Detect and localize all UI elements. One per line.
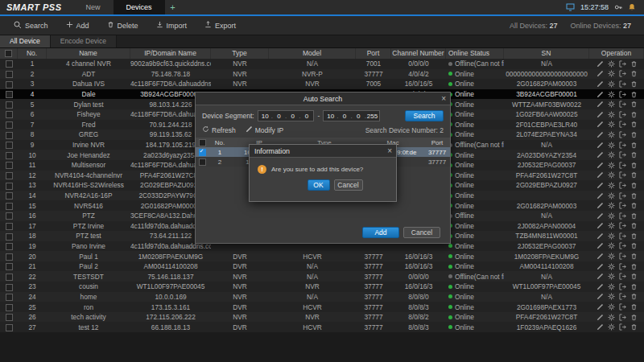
table-row[interactable]: 26 tech activity 172.115.206.222 NVR NVR… — [0, 312, 644, 323]
logout-icon[interactable] — [619, 60, 626, 68]
settings-icon[interactable] — [608, 60, 615, 68]
row-checkbox[interactable] — [6, 274, 13, 281]
logout-icon[interactable] — [619, 253, 626, 260]
logout-icon[interactable] — [619, 182, 626, 189]
logout-icon[interactable] — [619, 232, 626, 240]
delete-icon[interactable] — [630, 242, 638, 249]
table-row[interactable]: 23 cousin WT1L00F97PAE00045 NVR NVR 3777… — [0, 282, 644, 292]
settings-icon[interactable] — [608, 151, 615, 158]
logout-icon[interactable] — [619, 70, 626, 77]
edit-icon[interactable] — [597, 242, 604, 249]
logout-icon[interactable] — [619, 273, 626, 280]
segment-search-button[interactable]: Search — [405, 110, 444, 121]
row-checkbox[interactable] — [6, 304, 13, 311]
row-checkbox[interactable] — [6, 60, 13, 68]
logout-icon[interactable] — [619, 242, 626, 249]
modify-ip-button[interactable]: Modify IP — [246, 125, 283, 134]
edit-icon[interactable] — [597, 293, 604, 300]
row-checkbox[interactable] — [6, 121, 13, 129]
row-checkbox[interactable] — [6, 233, 13, 241]
search-button[interactable]: Search — [5, 16, 57, 35]
logout-icon[interactable] — [619, 121, 626, 128]
edit-icon[interactable] — [597, 212, 604, 220]
tab-new[interactable]: New — [72, 0, 113, 14]
settings-icon[interactable] — [608, 162, 615, 169]
settings-icon[interactable] — [608, 182, 615, 189]
delete-icon[interactable] — [630, 111, 638, 118]
edit-icon[interactable] — [597, 131, 604, 138]
delete-icon[interactable] — [630, 151, 638, 158]
settings-icon[interactable] — [608, 192, 615, 200]
segment-end-input[interactable]: 10. 0. 0. 255 — [323, 110, 380, 121]
logout-icon[interactable] — [619, 303, 626, 311]
logout-icon[interactable] — [619, 151, 626, 158]
result-checkbox[interactable] — [199, 149, 206, 156]
edit-icon[interactable] — [597, 232, 604, 240]
edit-icon[interactable] — [597, 171, 604, 179]
refresh-button[interactable]: Refresh — [202, 125, 236, 134]
settings-icon[interactable] — [608, 253, 615, 260]
row-checkbox[interactable] — [6, 183, 13, 190]
edit-icon[interactable] — [597, 60, 604, 68]
delete-icon[interactable] — [630, 283, 638, 290]
select-all-results-checkbox[interactable] — [199, 139, 206, 146]
settings-icon[interactable] — [608, 303, 615, 311]
edit-icon[interactable] — [597, 80, 604, 88]
row-checkbox[interactable] — [6, 203, 13, 210]
delete-icon[interactable] — [630, 314, 638, 321]
delete-button[interactable]: Delete — [98, 16, 147, 35]
row-checkbox[interactable] — [6, 142, 13, 149]
settings-icon[interactable] — [608, 222, 615, 229]
edit-icon[interactable] — [597, 182, 604, 189]
row-checkbox[interactable] — [6, 324, 13, 331]
delete-icon[interactable] — [630, 273, 638, 280]
settings-icon[interactable] — [608, 80, 615, 88]
cancel-button[interactable]: Cancel — [403, 227, 440, 238]
row-checkbox[interactable] — [6, 263, 13, 270]
add-device-button[interactable]: Add — [362, 227, 399, 238]
edit-icon[interactable] — [597, 111, 604, 118]
edit-icon[interactable] — [597, 303, 604, 311]
info-cancel-button[interactable]: Cancel — [334, 179, 363, 191]
edit-icon[interactable] — [597, 253, 604, 260]
close-icon[interactable]: × — [387, 145, 392, 157]
logout-icon[interactable] — [619, 142, 626, 149]
logout-icon[interactable] — [619, 263, 626, 270]
import-button[interactable]: Import — [147, 16, 196, 35]
settings-icon[interactable] — [608, 323, 615, 331]
new-tab-button[interactable]: + — [165, 0, 181, 14]
row-checkbox[interactable] — [6, 223, 13, 230]
row-checkbox[interactable] — [6, 71, 13, 78]
settings-icon[interactable] — [608, 101, 615, 108]
delete-icon[interactable] — [630, 162, 638, 169]
logout-icon[interactable] — [619, 222, 626, 229]
row-checkbox[interactable] — [6, 172, 13, 179]
row-checkbox[interactable] — [6, 284, 13, 291]
result-checkbox[interactable] — [199, 158, 206, 166]
edit-icon[interactable] — [597, 121, 604, 128]
edit-icon[interactable] — [597, 222, 604, 229]
edit-icon[interactable] — [597, 192, 604, 200]
key-icon[interactable] — [614, 3, 622, 11]
ok-button[interactable]: OK — [308, 179, 330, 191]
display-icon[interactable] — [566, 3, 575, 11]
logout-icon[interactable] — [619, 293, 626, 300]
delete-icon[interactable] — [630, 263, 638, 270]
delete-icon[interactable] — [630, 182, 638, 189]
delete-icon[interactable] — [630, 212, 638, 220]
edit-icon[interactable] — [597, 91, 604, 98]
edit-icon[interactable] — [597, 283, 604, 290]
delete-icon[interactable] — [630, 222, 638, 229]
tab-all-device[interactable]: All Device — [0, 35, 51, 47]
table-row[interactable]: 3 Dahua IVS 4c118F6F7D8A.dahuaddns.com N… — [0, 79, 644, 89]
export-button[interactable]: Export — [196, 16, 245, 35]
settings-icon[interactable] — [608, 242, 615, 249]
segment-start-input[interactable]: 10. 0. 0. 0 — [258, 110, 315, 121]
settings-icon[interactable] — [608, 91, 615, 98]
delete-icon[interactable] — [630, 80, 638, 88]
row-checkbox[interactable] — [6, 152, 13, 159]
close-icon[interactable]: × — [441, 93, 446, 105]
delete-icon[interactable] — [630, 293, 638, 300]
logout-icon[interactable] — [619, 111, 626, 118]
delete-icon[interactable] — [630, 131, 638, 138]
